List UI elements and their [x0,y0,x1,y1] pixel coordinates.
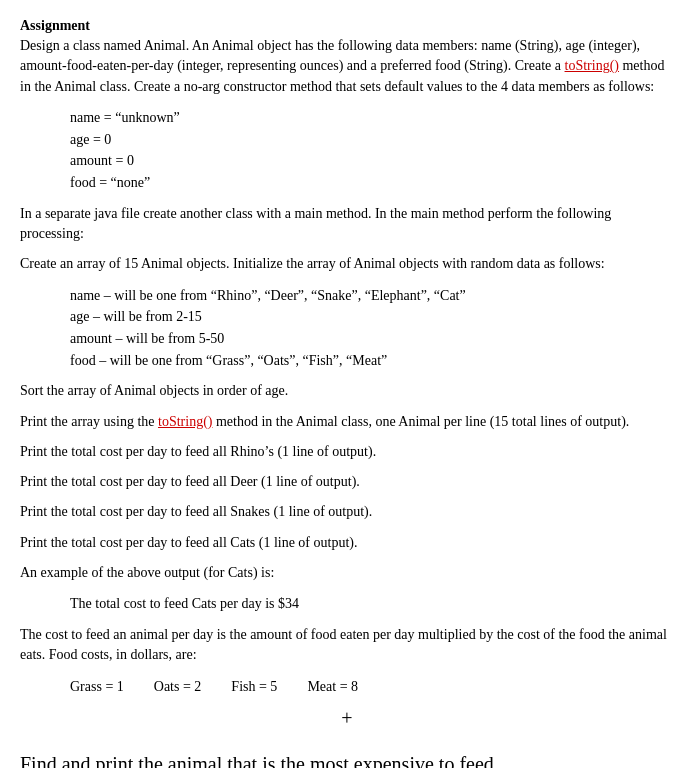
default-amount: amount = 0 [70,150,674,172]
example-intro: An example of the above output (for Cats… [20,563,674,583]
paragraph3-text: Create an array of 15 Animal objects. In… [20,254,674,274]
cost-line-4: Print the total cost per day to feed all… [20,533,674,553]
tostring-method-1: toString() [565,58,619,73]
intro-paragraph: Design a class named Animal. An Animal o… [20,36,674,194]
cost-intro: The cost to feed an animal per day is th… [20,625,674,666]
paragraph2-section: In a separate java file create another c… [20,204,674,245]
cost-line-3: Print the total cost per day to feed all… [20,502,674,522]
init-amount: amount – will be from 5-50 [70,328,674,350]
print-line: Print the array using the toString() met… [20,412,674,432]
paragraph1-text: Design a class named Animal. An Animal o… [20,36,674,97]
tostring-method-2: toString() [158,414,212,429]
plus-sign: + [20,707,674,730]
bottom-statement: Find and print the animal that is the mo… [20,750,674,768]
default-age: age = 0 [70,129,674,151]
assignment-heading: Assignment [20,18,674,34]
assignment-section: Assignment Design a class named Animal. … [20,18,674,768]
default-values: name = “unknown” age = 0 amount = 0 food… [70,107,674,194]
default-name: name = “unknown” [70,107,674,129]
oats-cost: Oats = 2 [154,676,202,698]
paragraph3-section: Create an array of 15 Animal objects. In… [20,254,674,371]
fish-cost: Fish = 5 [231,676,277,698]
init-food: food – will be one from “Grass”, “Oats”,… [70,350,674,372]
cost-explanation-section: The cost to feed an animal per day is th… [20,625,674,697]
sort-print-section: Sort the array of Animal objects in orde… [20,381,674,553]
food-costs-row: Grass = 1 Oats = 2 Fish = 5 Meat = 8 [70,676,674,698]
paragraph2-text: In a separate java file create another c… [20,204,674,245]
grass-cost: Grass = 1 [70,676,124,698]
meat-cost: Meat = 8 [307,676,358,698]
example-section: An example of the above output (for Cats… [20,563,674,615]
sort-line: Sort the array of Animal objects in orde… [20,381,674,401]
init-data: name – will be one from “Rhino”, “Deer”,… [70,285,674,372]
cost-line-1: Print the total cost per day to feed all… [20,442,674,462]
cost-line-2: Print the total cost per day to feed all… [20,472,674,492]
init-name: name – will be one from “Rhino”, “Deer”,… [70,285,674,307]
example-text: The total cost to feed Cats per day is $… [70,593,674,615]
default-food: food = “none” [70,172,674,194]
init-age: age – will be from 2-15 [70,306,674,328]
example-output: The total cost to feed Cats per day is $… [70,593,674,615]
